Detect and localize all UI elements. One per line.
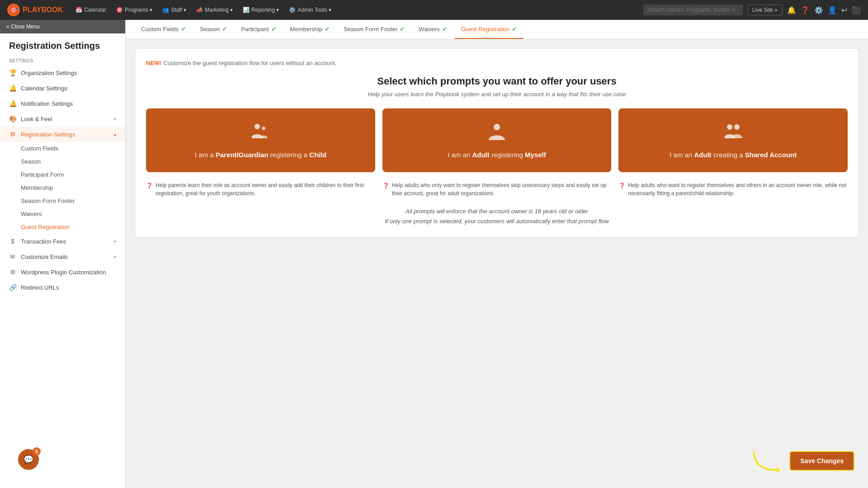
tab-participant[interactable]: Participant ✔ <box>235 20 283 39</box>
sidebar-item-look-and-feel[interactable]: 🎨 Look & Feel ▾ <box>0 111 125 127</box>
prompt-desc-adult: ❓ Help adults who only want to register … <box>382 181 612 197</box>
page-title: Registration Settings <box>0 33 125 55</box>
app-body: « Close Menu Registration Settings SETTI… <box>0 20 868 488</box>
nav-right: Live Site » 🔔 ❓ ⚙️ 👤 ↩ ⬛ <box>643 5 861 15</box>
wordpress-icon: ⚙ <box>9 268 16 276</box>
settings-section-label: SETTINGS <box>0 55 125 65</box>
tab-check-season-footer: ✔ <box>400 25 405 33</box>
bell-icon: 🔔 <box>9 84 16 92</box>
exit-icon[interactable]: ⬛ <box>852 6 861 14</box>
nav-programs[interactable]: 🎯 Programs ▾ <box>113 5 156 15</box>
footer-notes: All prompts will enforce that the accoun… <box>146 206 848 226</box>
svg-point-3 <box>727 124 732 130</box>
chevron-down-icon: ▾ <box>114 117 116 122</box>
close-menu-button[interactable]: « Close Menu <box>0 20 125 33</box>
reg-settings-icon: ⚙ <box>9 131 16 138</box>
sidebar-item-customize-emails[interactable]: ✉ Customize Emails ▾ <box>0 249 125 264</box>
live-site-button[interactable]: Live Site » <box>747 5 783 15</box>
new-label: NEW! <box>146 60 162 66</box>
tab-check-participant: ✔ <box>271 25 277 33</box>
chevron-up-icon: ▴ <box>114 132 116 137</box>
search-input[interactable] <box>643 5 743 15</box>
adult-myself-icon <box>392 121 603 145</box>
new-description: Customize the guest registration flow fo… <box>163 60 336 66</box>
footer-note-2: If only one prompt is selected, your cus… <box>146 216 848 226</box>
prompt-card-text-parent: I am a Parent/Guardian registering a Chi… <box>155 150 366 160</box>
logo-icon: 🎯 <box>7 4 20 16</box>
sidebar-sub-custom-fields[interactable]: Custom Fields <box>0 142 125 155</box>
prompt-card-text-adult: I am an Adult registering Myself <box>392 150 603 160</box>
brand-name: PLAYBOOK <box>23 6 63 14</box>
shared-account-icon <box>627 121 839 145</box>
svg-point-4 <box>734 124 740 130</box>
trophy-icon: 🏆 <box>9 69 16 76</box>
nav-calendar[interactable]: 📅 Calendar <box>72 5 110 15</box>
sidebar-item-organization-settings[interactable]: 🏆 Organization Settings <box>0 65 125 80</box>
prompt-subtitle: Help your users learn the Playbook syste… <box>146 91 848 98</box>
tab-waivers[interactable]: Waivers ✔ <box>412 20 453 39</box>
help-circle-icon-1: ❓ <box>146 182 153 190</box>
tab-season[interactable]: Season ✔ <box>193 20 234 39</box>
prompt-desc-parent: ❓ Help parents learn their role as accou… <box>146 181 375 197</box>
sidebar-item-transaction-fees[interactable]: $ Transaction Fees ▾ <box>0 234 125 249</box>
tab-membership[interactable]: Membership ✔ <box>284 20 337 39</box>
sidebar-item-wordpress[interactable]: ⚙ Wordpress Plugin Customization <box>0 264 125 280</box>
sidebar-item-notification-settings[interactable]: 🔔 Notification Settings <box>0 96 125 111</box>
content-card: NEW! Customize the guest registration fl… <box>135 48 859 238</box>
sidebar-item-redirect-urls[interactable]: 🔗 Redirect URLs <box>0 280 125 295</box>
top-navigation: 🎯 PLAYBOOK 📅 Calendar 🎯 Programs ▾ 👥 Sta… <box>0 0 868 20</box>
tab-season-form-footer[interactable]: Season Form Footer ✔ <box>337 20 411 39</box>
prompt-cards: I am a Parent/Guardian registering a Chi… <box>146 108 848 172</box>
prompt-card-parent-guardian[interactable]: I am a Parent/Guardian registering a Chi… <box>146 108 375 172</box>
prompt-card-adult-myself[interactable]: I am an Adult registering Myself <box>382 108 612 172</box>
parent-guardian-icon <box>155 121 366 145</box>
notifications-icon[interactable]: 🔔 <box>787 6 796 14</box>
save-changes-button[interactable]: Save Changes <box>789 451 854 471</box>
chat-button-container: 💬 9 <box>9 458 30 479</box>
nav-staff[interactable]: 👥 Staff ▾ <box>159 5 190 15</box>
prompt-descriptions: ❓ Help parents learn their role as accou… <box>146 181 848 197</box>
svg-point-1 <box>262 127 265 130</box>
main-content: Custom Fields ✔ Season ✔ Participant ✔ M… <box>126 20 868 488</box>
nav-marketing[interactable]: 📣 Marketing ▾ <box>193 5 236 15</box>
link-icon: 🔗 <box>9 284 16 291</box>
chevron-down-icon-emails: ▾ <box>114 254 116 259</box>
paint-icon: 🎨 <box>9 115 16 122</box>
new-banner: NEW! Customize the guest registration fl… <box>146 60 848 66</box>
tab-check-season: ✔ <box>222 25 227 33</box>
user-icon[interactable]: 👤 <box>828 6 837 14</box>
chat-button[interactable]: 💬 9 <box>18 449 39 470</box>
sidebar-sub-guest-registration[interactable]: Guest Registration <box>0 221 125 234</box>
nav-reporting[interactable]: 📊 Reporting ▾ <box>239 5 283 15</box>
tab-check-waivers: ✔ <box>442 25 448 33</box>
help-circle-icon-2: ❓ <box>382 182 389 190</box>
svg-marker-5 <box>777 466 780 474</box>
brand-logo[interactable]: 🎯 PLAYBOOK <box>7 4 63 16</box>
content-area: NEW! Customize the guest registration fl… <box>126 39 868 488</box>
sidebar: « Close Menu Registration Settings SETTI… <box>0 20 126 488</box>
tab-custom-fields[interactable]: Custom Fields ✔ <box>135 20 193 39</box>
tab-check-membership: ✔ <box>325 25 330 33</box>
sidebar-sub-season[interactable]: Season <box>0 155 125 168</box>
tab-check-guest-reg: ✔ <box>512 25 517 33</box>
sidebar-item-registration-settings[interactable]: ⚙ Registration Settings ▴ <box>0 127 125 142</box>
svg-point-0 <box>255 124 260 129</box>
settings-icon[interactable]: ⚙️ <box>814 6 823 14</box>
help-icon[interactable]: ❓ <box>801 6 810 14</box>
logout-icon[interactable]: ↩ <box>841 6 847 14</box>
sidebar-sub-waivers[interactable]: Waivers <box>0 207 125 221</box>
sidebar-sub-participant-form[interactable]: Participant Form <box>0 168 125 181</box>
prompt-desc-shared: ❓ Help adults who want to register thems… <box>618 181 848 197</box>
prompt-card-text-shared: I am an Adult creating a Shared Account <box>627 150 839 160</box>
chevron-down-icon-fees: ▾ <box>114 239 116 244</box>
nav-admin-tools[interactable]: ⚙️ Admin Tools ▾ <box>285 5 335 15</box>
sidebar-sub-season-form-footer[interactable]: Season Form Footer <box>0 194 125 207</box>
sidebar-item-calendar-settings[interactable]: 🔔 Calendar Settings <box>0 80 125 96</box>
tab-guest-registration[interactable]: Guest Registration ✔ <box>455 20 524 39</box>
notification-bell-icon: 🔔 <box>9 100 16 107</box>
sidebar-sub-membership[interactable]: Membership <box>0 181 125 194</box>
email-icon: ✉ <box>9 253 16 260</box>
help-circle-icon-3: ❓ <box>618 182 625 190</box>
svg-point-2 <box>494 124 500 130</box>
prompt-card-shared-account[interactable]: I am an Adult creating a Shared Account <box>618 108 848 172</box>
